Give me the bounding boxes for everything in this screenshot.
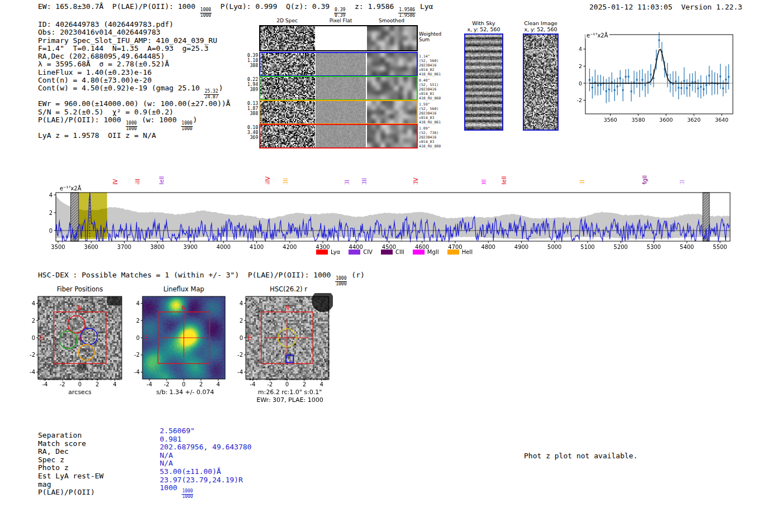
spec2d-row-left-values: 0.103.40369 <box>245 125 258 140</box>
info-line: RA,Dec (202.688095,49.644485) <box>38 52 230 60</box>
hsc-caption-1: m:26.2 rc:1.0" s:0.1" <box>242 389 337 396</box>
withsky-image-frame <box>464 33 503 131</box>
stacked-fraction: 1.95861.9586 <box>398 8 416 18</box>
spec2d-row <box>259 124 418 148</box>
legend-swatch <box>349 250 360 255</box>
match-table-label: Separation <box>38 432 103 440</box>
match-table-value: 202.687956, 49.643780 <box>160 443 251 452</box>
spec2d-col-title-pixelflat: Pixel Flat <box>318 18 363 23</box>
info-line: λ = 3595.68Å σ = 2.78(±0.52)Å <box>38 60 230 68</box>
info-line: Obs: 20230416v014_4026449783 <box>38 28 230 36</box>
legend-label: HeII <box>462 249 473 255</box>
spec2d-row-image <box>260 125 417 147</box>
spec2d-row-annotation: 1.09"(52, 736)20230416v014_03410_RU_080 <box>419 126 451 148</box>
info-line: LineFlux = 1.40(±0.23)e-16 <box>38 69 230 76</box>
match-table-value: 1000 10001000 <box>160 484 251 500</box>
spec2d-row-annotation: 0.48"(52, 551)20230416v014_01410_RU_060 <box>419 78 451 100</box>
withsky-image <box>465 35 502 130</box>
match-table-value: 2.56069" <box>160 427 251 435</box>
info-line: S/N = 5.2(±0.5) χ² = 0.9(±0.2) <box>38 108 230 116</box>
stacked-fraction: 10001000 <box>335 276 347 287</box>
match-table-label: Match score <box>38 440 103 448</box>
withsky-subtitle: x, y: 52, 560 <box>461 26 506 32</box>
info-line: P(LAE)/P(OII): 1000 10001000 (w: 1000 10… <box>38 116 230 132</box>
hsc-cutout-plot <box>231 293 333 389</box>
spec2d-row <box>259 25 418 51</box>
legend-swatch <box>381 250 393 255</box>
legend-swatch <box>316 250 328 255</box>
info-line: LyA z = 1.9578 OII z = N/A <box>38 132 230 140</box>
version-label: Version 1.22.3 <box>681 3 742 11</box>
spec2d-row-image <box>260 26 417 50</box>
legend-item: HeII <box>447 249 473 255</box>
spec2d-row <box>259 52 418 76</box>
cleanimage-title: Clean Imagex, y: 52, 560 <box>518 20 563 32</box>
withsky-title: With Skyx, y: 52, 560 <box>461 20 506 32</box>
match-table-value: N/A <box>160 452 251 460</box>
spectrum-units-label: e⁻¹⁷x2Å <box>59 185 83 191</box>
lineflux-map-title: Lineflux Map <box>139 285 228 293</box>
hsc-caption-2: EWr: 307, PLAE: 1000 <box>242 396 337 404</box>
info-line: Cont(w) = 4.50(±0.92)e-19 (gmag 25.10 25… <box>38 84 230 100</box>
header-timestamp-version: 2025-01-12 11:03:05 Version 1.22.3 <box>589 3 742 11</box>
fiber-positions-plot <box>23 293 125 389</box>
stacked-fraction: 10001000 <box>126 121 137 132</box>
hdr-space <box>673 3 681 11</box>
match-table-labels: SeparationMatch scoreRA, DecSpec zPhoto … <box>38 432 103 497</box>
report-page: EW: 165.8±30.7Å P(LAE)/P(OII): 1000 1000… <box>0 0 782 532</box>
stacked-fraction: 25.3224.87 <box>204 89 218 100</box>
legend-label: CIII <box>395 249 404 255</box>
stacked-fraction: 10001000 <box>200 8 212 18</box>
spec2d-row-left-values: 0.221.94389 <box>245 77 258 92</box>
info-line: Cont(n) = 4.80(±73.00)e-20 <box>38 76 230 84</box>
spec2d-weighted-sum-label: Weighted Sum <box>419 31 446 42</box>
match-table-label: Spec z <box>38 456 103 464</box>
cleanimage-frame <box>523 33 559 131</box>
legend-swatch <box>447 250 459 255</box>
legend-item: CIV <box>349 249 373 255</box>
spec2d-row-annotation: 1.59"(52, 560)20230416v014_03410_RU_061 <box>419 102 451 124</box>
spec2d-row-image <box>260 101 417 123</box>
cleanimage <box>524 35 557 130</box>
hsc-dex-match-line: HSC-DEX : Possible Matches = 1 (within +… <box>38 271 365 287</box>
legend-label: CIV <box>363 249 373 255</box>
withsky-title-line: With Sky <box>461 20 506 26</box>
inset-units-label: e⁻¹⁷x2Å <box>585 32 609 39</box>
spec2d-row-image <box>260 53 417 75</box>
timestamp: 2025-01-12 11:03:05 <box>589 3 673 11</box>
legend-swatch <box>413 250 425 255</box>
match-table-value: 23.97(23.79,24.19)R <box>160 476 251 485</box>
cleanimage-title-line: Clean Image <box>518 20 563 26</box>
spectrum-legend: LyαCIVCIIIMgIIHeII <box>316 249 473 255</box>
info-line: EWr = 960.00(±14000.00) (w: 100.00(±27.0… <box>38 100 230 108</box>
spec2d-col-title-2dspec: 2D Spec <box>265 18 309 23</box>
match-table-label: P(LAE)/P(OII) <box>38 488 103 497</box>
cleanimage-subtitle: x, y: 52, 560 <box>518 26 563 32</box>
spec2d-row-annotation: 1.14"(52, 560)20230416v014_02410_RU_061 <box>419 54 451 76</box>
legend-label: MgII <box>427 249 439 255</box>
info-line: ID: 4026449783 (4026449783.pdf) <box>38 21 230 28</box>
spec2d-row-left-values: 0.391.10388 <box>245 53 258 68</box>
detection-info-block: ID: 4026449783 (4026449783.pdf)Obs: 2023… <box>38 21 230 140</box>
match-table-value: N/A <box>160 459 251 468</box>
spec2d-row-left-values: 0.131.87388 <box>245 101 258 116</box>
line-fit-inset-plot <box>571 29 738 132</box>
stacked-fraction: 10001000 <box>181 121 193 132</box>
legend-item: CIII <box>381 249 404 255</box>
lineflux-caption: s/b: 1.34 +/- 0.074 <box>139 389 231 396</box>
match-table-label: RA, Dec <box>38 448 103 456</box>
stacked-fraction: 10001000 <box>182 489 193 500</box>
spec2d-col-title-smoothed: Smoothed <box>369 18 414 23</box>
hsc-cutout-title: HSC(26.2) r <box>242 285 335 293</box>
info-line: Primary Spec_Slot_IFU_AMP: 410_024_039_R… <box>38 37 230 45</box>
spec2d-row-image <box>260 77 417 99</box>
legend-item: MgII <box>413 249 439 255</box>
lineflux-map-plot <box>128 293 230 389</box>
match-table-label: mag <box>38 481 103 489</box>
legend-label: Lyα <box>331 249 340 255</box>
spec2d-row <box>259 76 418 100</box>
photz-note: Phot z plot not available. <box>524 452 638 460</box>
spec2d-row <box>259 100 418 124</box>
stacked-fraction: 0.390.39 <box>334 8 346 18</box>
match-table-values: 2.56069"0.981202.687956, 49.643780N/AN/A… <box>160 427 251 500</box>
